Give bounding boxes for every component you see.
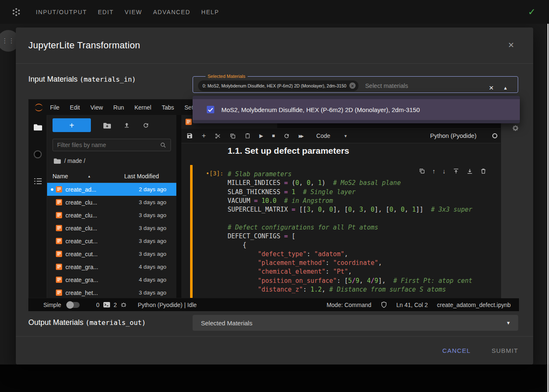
upload-icon[interactable] <box>123 122 130 129</box>
top-menu-item[interactable]: EDIT <box>98 9 114 15</box>
running-sessions[interactable]: 0 2 <box>96 302 127 308</box>
kernels-count: 2 <box>114 302 117 308</box>
page-scrollbar[interactable] <box>547 24 549 392</box>
input-materials-label: Input Materials (materials_in) <box>28 75 136 84</box>
file-modified: 3 days ago <box>139 238 166 244</box>
search-icon <box>160 142 166 148</box>
refresh-icon[interactable] <box>143 122 149 129</box>
chip-delete-icon[interactable]: × <box>349 82 356 89</box>
file-row[interactable]: create_cut...3 days ago <box>47 247 176 260</box>
clear-selection-icon[interactable]: × <box>489 83 494 92</box>
material-option[interactable]: MoS2, Molybdenum Disulfide, HEX (P-6m2) … <box>193 99 520 120</box>
cell-type-caret-icon: ▾ <box>344 133 347 139</box>
jupyterlite-transformation-dialog: JupyterLite Transformation × Input Mater… <box>16 27 533 365</box>
delete-cell-icon[interactable] <box>480 168 486 174</box>
jupyter-menu-item[interactable]: View <box>90 104 103 111</box>
top-menu-item[interactable]: VIEW <box>125 9 142 15</box>
code-lines[interactable]: # Slab parametersMILLER_INDICES = (0, 0,… <box>228 170 472 294</box>
close-icon[interactable]: × <box>508 39 514 51</box>
active-file-name: create_adatom_defect.ipynb <box>437 302 511 308</box>
notebook-content[interactable]: 1.1. Set up defect parameters •[3]: # Sl… <box>181 143 501 298</box>
new-folder-icon[interactable] <box>103 122 111 129</box>
run-icon[interactable]: ▶ <box>259 133 263 139</box>
move-cell-down-icon[interactable]: ↓ <box>443 167 446 175</box>
file-name: create_gra... <box>65 264 98 270</box>
insert-cell-below-icon[interactable] <box>466 168 473 175</box>
file-modified: 3 days ago <box>139 212 166 218</box>
breadcrumb[interactable]: / made / <box>54 157 85 164</box>
column-last-modified[interactable]: Last Modified <box>124 173 159 180</box>
file-filter[interactable] <box>53 139 171 151</box>
jupyter-menu-item[interactable]: File <box>50 104 60 111</box>
kernel-switcher[interactable]: Python (Pyodide) <box>430 132 499 139</box>
jupyter-menu-item[interactable]: Tabs <box>162 104 174 111</box>
dropdown-open-icon[interactable]: ▲ <box>503 85 508 90</box>
jupyter-logo-icon <box>34 104 43 111</box>
file-browser-tab-icon[interactable] <box>34 123 42 131</box>
trust-shield-icon <box>381 301 387 308</box>
top-menu-item[interactable]: ADVANCED <box>153 9 191 15</box>
file-name: create_gra... <box>65 277 98 283</box>
new-launcher-button[interactable]: + <box>53 118 91 132</box>
output-materials-variable: (materials_out) <box>85 319 146 327</box>
file-row[interactable]: create_clu...3 days ago <box>47 196 176 209</box>
toggle-knob <box>66 301 74 309</box>
file-list: create_ad...2 days agocreate_clu...3 day… <box>47 183 176 298</box>
file-row[interactable]: create_clu...3 days ago <box>47 222 176 235</box>
jupyter-menu-item[interactable]: Run <box>113 104 124 111</box>
file-modified: 3 days ago <box>139 251 166 257</box>
panel-splitter[interactable] <box>176 115 181 298</box>
cell-type-dropdown[interactable]: Code ▾ <box>316 132 347 139</box>
materials-select-field[interactable]: Selected Materials 0: MoS2, Molybdenum D… <box>193 74 518 93</box>
column-name[interactable]: Name <box>53 173 68 180</box>
kernel-status[interactable]: Python (Pyodide) | Idle <box>138 302 196 308</box>
file-modified: 3 days ago <box>139 225 166 231</box>
file-filter-input[interactable] <box>57 142 160 148</box>
file-row[interactable]: create_gra...4 days ago <box>47 273 176 286</box>
jupyter-menu-item[interactable]: Edit <box>70 104 80 111</box>
top-menu-item[interactable]: HELP <box>201 9 219 15</box>
running-kernels-icon[interactable] <box>33 150 42 159</box>
file-row[interactable]: create_cut...3 days ago <box>47 235 176 247</box>
notebook-file-icon <box>56 212 62 218</box>
insert-cell-icon[interactable]: + <box>202 132 206 140</box>
output-materials-select[interactable]: Selected Materials ▼ <box>193 315 518 331</box>
stop-icon[interactable]: ■ <box>272 133 275 139</box>
file-name: create_cut... <box>65 238 98 245</box>
simple-mode-toggle[interactable] <box>67 302 80 308</box>
file-modified: 3 days ago <box>139 290 166 296</box>
markdown-heading: 1.1. Set up defect parameters <box>228 146 349 156</box>
file-browser-toolbar: + <box>53 118 149 132</box>
file-row[interactable]: create_het...3 days ago <box>47 286 176 298</box>
restart-kernel-icon[interactable] <box>283 133 290 139</box>
gear-icon[interactable] <box>512 125 519 132</box>
cancel-button[interactable]: CANCEL <box>442 347 471 354</box>
top-menu: INPUT/OUTPUTEDITVIEWADVANCEDHELP <box>36 9 219 15</box>
file-row[interactable]: create_clu...3 days ago <box>47 209 176 222</box>
restart-run-all-icon[interactable]: ▶▶ <box>298 134 302 138</box>
paste-icon[interactable] <box>245 132 251 139</box>
move-cell-up-icon[interactable]: ↑ <box>432 167 436 175</box>
material-chip-label: 0: MoS2, Molybdenum Disulfide, HEX (P-6m… <box>203 83 346 88</box>
terminals-count: 0 <box>96 302 100 308</box>
material-chip[interactable]: 0: MoS2, Molybdenum Disulfide, HEX (P-6m… <box>198 80 358 91</box>
execution-prompt: •[3]: <box>193 170 223 177</box>
top-menu-item[interactable]: INPUT/OUTPUT <box>36 9 87 15</box>
cursor-position[interactable]: Ln 41, Col 2 <box>396 302 428 308</box>
file-row[interactable]: create_ad...2 days ago <box>47 183 176 196</box>
notebook-file-icon <box>56 277 62 283</box>
insert-cell-above-icon[interactable] <box>453 168 459 175</box>
checkbox-checked-icon[interactable] <box>207 106 214 113</box>
file-row[interactable]: create_gra...4 days ago <box>47 260 176 273</box>
dialog-header: JupyterLite Transformation × <box>16 27 533 64</box>
notebook-file-icon <box>56 251 62 257</box>
copy-icon[interactable] <box>230 133 236 139</box>
file-name: create_het... <box>65 290 98 296</box>
table-of-contents-icon[interactable] <box>34 178 42 185</box>
jupyter-menu-item[interactable]: Kernel <box>134 104 151 111</box>
save-icon[interactable] <box>186 132 193 139</box>
cut-icon[interactable] <box>215 133 221 139</box>
commit-check-icon[interactable]: ✓ <box>528 7 536 17</box>
submit-button[interactable]: SUBMIT <box>491 347 518 354</box>
duplicate-cell-icon[interactable] <box>419 168 425 174</box>
